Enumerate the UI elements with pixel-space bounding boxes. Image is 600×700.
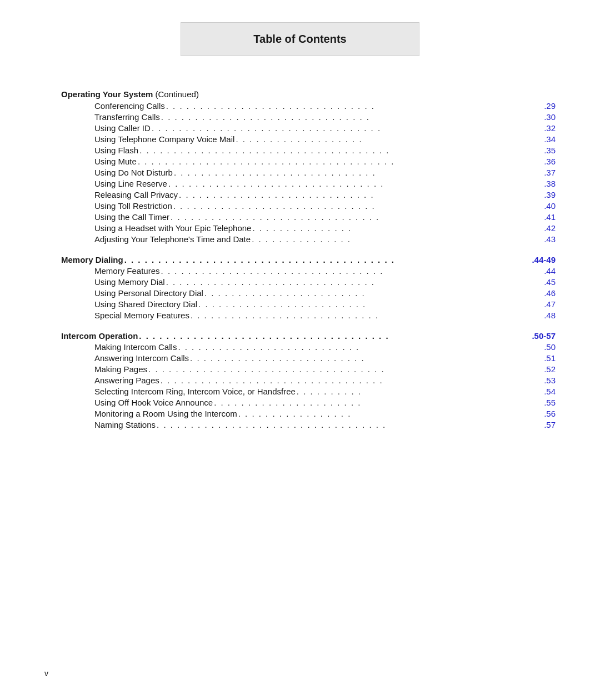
entry-label: Using the Call Timer [94,212,169,222]
dots: . . . . . . . . . . . . . . . . . . . . … [124,255,531,264]
dots: . . . . . . . . . . . . . . . . . . . [236,134,543,144]
entry-page: .39 [544,190,556,199]
dots: . . . . . . . . . . . . . . . . . [238,409,543,418]
entry-page: .46 [544,288,556,298]
list-item: Answering Pages . . . . . . . . . . . . … [61,376,556,385]
dots: . . . . . . . . . . . . . . . . . . . . … [171,212,543,222]
entry-page: .47 [544,299,556,309]
entry-page: .51 [544,353,556,363]
dots: . . . . . . . . . . . . . . . . . . . . … [174,168,543,177]
entry-label: Adjusting Your Telephone's Time and Date [94,234,251,244]
entry-page: .45 [544,277,556,287]
list-item: Memory Features . . . . . . . . . . . . … [61,266,556,276]
list-item: Monitoring a Room Using the Intercom . .… [61,409,556,418]
list-item: Using Line Reserve . . . . . . . . . . .… [61,179,556,188]
section-page: .50-57 [532,331,556,341]
entry-page: .57 [544,420,556,429]
section-memory: Memory Dialing . . . . . . . . . . . . .… [61,255,556,320]
entry-label: Releasing Call Privacy [94,190,178,199]
list-item: Transferring Calls . . . . . . . . . . .… [61,112,556,122]
list-item: Using Off Hook Voice Announce . . . . . … [61,398,556,407]
list-item: Releasing Call Privacy . . . . . . . . .… [61,190,556,199]
entry-label: Selecting Intercom Ring, Intercom Voice,… [94,387,296,396]
section-header-memory: Memory Dialing . . . . . . . . . . . . .… [61,255,556,264]
entry-label: Naming Stations [94,420,156,429]
list-item: Naming Stations . . . . . . . . . . . . … [61,420,556,429]
dots: . . . . . . . . . . . . . . . . . . . . … [139,146,543,155]
dots: . . . . . . . . . . . . . . . . . . . . … [148,364,543,374]
entry-page: .44 [544,266,556,276]
page-container: Table of Contents Operating Your System … [0,0,600,700]
entry-page: .41 [544,212,556,222]
entry-label: Using Telephone Company Voice Mail [94,134,234,144]
entry-page: .55 [544,398,556,407]
entry-label: Using Toll Restriction [94,201,172,211]
list-item: Making Intercom Calls . . . . . . . . . … [61,342,556,352]
entry-page: .35 [544,146,556,155]
entry-page: .37 [544,168,556,177]
dots: . . . . . . . . . . . . . . . . . . . . … [157,420,543,429]
entry-page: .40 [544,201,556,211]
list-item: Using Flash . . . . . . . . . . . . . . … [61,146,556,155]
title-box: Table of Contents [181,22,419,56]
entry-label: Memory Features [94,266,160,276]
entry-label: Using Do Not Disturb [94,168,173,177]
list-item: Using Toll Restriction . . . . . . . . .… [61,201,556,211]
dots: . . . . . . . . . . . . . . . . . . . . … [138,157,543,166]
section-header-bold: Operating Your System [61,89,153,99]
list-item: Using Personal Directory Dial . . . . . … [61,288,556,298]
entry-page: .42 [544,223,556,233]
section-header-intercom: Intercom Operation . . . . . . . . . . .… [61,331,556,341]
list-item: Selecting Intercom Ring, Intercom Voice,… [61,387,556,396]
entry-label: Using Mute [94,157,137,166]
dots: . . . . . . . . . . . . . . . . . . . . … [166,277,543,287]
entry-page: .53 [544,376,556,385]
entry-label: Transferring Calls [94,112,160,122]
list-item: Using Mute . . . . . . . . . . . . . . .… [61,157,556,166]
dots: . . . . . . . . . . . . . . . . . . . . … [166,101,543,111]
list-item: Using the Call Timer . . . . . . . . . .… [61,212,556,222]
dots: . . . . . . . . . . . . . . . . . . . . … [168,179,543,188]
entry-label: Using Caller ID [94,123,151,133]
entry-page: .34 [544,134,556,144]
toc-content: Operating Your System (Continued) Confer… [61,89,556,429]
list-item: Conferencing Calls . . . . . . . . . . .… [61,101,556,111]
entry-label: Using Personal Directory Dial [94,288,203,298]
footer-page-number: v [44,669,48,678]
entry-label: Special Memory Features [94,311,189,320]
dots: . . . . . . . . . . . . . . . [252,234,543,244]
list-item: Special Memory Features . . . . . . . . … [61,311,556,320]
entry-label: Answering Pages [94,376,159,385]
dots: . . . . . . . . . . . . . . . [252,223,543,233]
entry-label: Answering Intercom Calls [94,353,189,363]
entry-label: Using Memory Dial [94,277,165,287]
entry-page: .54 [544,387,556,396]
section-operating: Operating Your System (Continued) Confer… [61,89,556,244]
entry-label: Using Line Reserve [94,179,167,188]
entry-page: .43 [544,234,556,244]
list-item: Using a Headset with Your Epic Telephone… [61,223,556,233]
dots: . . . . . . . . . . . . . . . . . . . . … [179,190,543,199]
list-item: Making Pages . . . . . . . . . . . . . .… [61,364,556,374]
entry-page: .30 [544,112,556,122]
entry-page: .36 [544,157,556,166]
list-item: Using Do Not Disturb . . . . . . . . . .… [61,168,556,177]
entry-page: .50 [544,342,556,352]
list-item: Answering Intercom Calls . . . . . . . .… [61,353,556,363]
list-item: Adjusting Your Telephone's Time and Date… [61,234,556,244]
section-intercom: Intercom Operation . . . . . . . . . . .… [61,331,556,429]
dots: . . . . . . . . . . . . . . . . . . . . … [178,342,543,352]
dots: . . . . . . . . . . . . . . . . . . . . … [173,201,543,211]
section-page: .44-49 [532,255,556,264]
entry-label: Conferencing Calls [94,101,165,111]
entry-label: Using Off Hook Voice Announce [94,398,213,407]
list-item: Using Memory Dial . . . . . . . . . . . … [61,277,556,287]
entry-label: Using a Headset with Your Epic Telephone [94,223,251,233]
entry-page: .48 [544,311,556,320]
entry-page: .56 [544,409,556,418]
dots: . . . . . . . . . . . . . . . . . . . . … [191,311,543,320]
entry-page: .52 [544,364,556,374]
page-title: Table of Contents [253,33,346,45]
section-label: Intercom Operation [61,331,138,341]
entry-label: Monitoring a Room Using the Intercom [94,409,237,418]
